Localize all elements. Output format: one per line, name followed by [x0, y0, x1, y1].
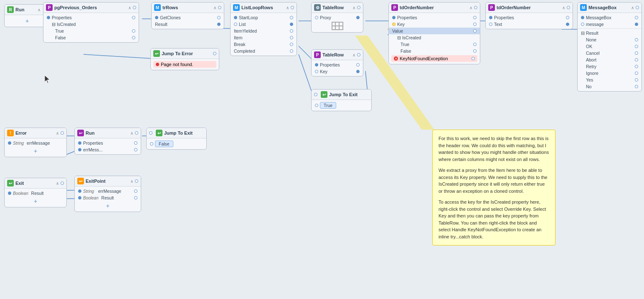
jumptoexit2-icon: ↩	[156, 130, 162, 136]
run2-icon: ↩	[77, 130, 84, 136]
tdordernumber1-value: Value	[389, 28, 480, 34]
trrows-title: trRows	[162, 5, 212, 10]
jumptoexit2-header[interactable]: ↩ Jump To Exit	[147, 128, 206, 138]
jumptoexit2-false: False	[147, 140, 206, 148]
listlooprows-title: ListLoopRows	[241, 5, 284, 10]
tdordernumber2-header[interactable]: P tdOrderNumber ∧	[486, 3, 573, 13]
run2-header[interactable]: ↩ Run ∧	[75, 128, 141, 138]
exit-icon: ↩	[7, 180, 14, 187]
jumptoexit1-node: ↩ Jump To Exit True	[311, 89, 372, 111]
pgpreviousorders-title: pgPrevious_Orders	[54, 5, 127, 10]
run2-properties: Properties	[75, 140, 141, 146]
svg-line-8	[84, 54, 152, 59]
jumptoerror-header[interactable]: ↩ Jump To Error	[151, 49, 219, 59]
run1-chevron: ∧	[38, 8, 41, 12]
exitpoint-boolresult: Boolean Result	[75, 194, 141, 201]
jumptoerror-title: Jump To Error	[162, 51, 211, 56]
exitpoint-node: ↩ ExitPoint ∧ String errMessage Boolean …	[74, 176, 141, 212]
jumptoexit1-title: Jump To Exit	[329, 92, 369, 97]
run1-icon: R	[7, 6, 14, 13]
tdordernumber1-node: P tdOrderNumber ∧ Properties Key Value ⊟…	[388, 2, 480, 64]
messagebox-node: M MessageBox ∧ MessageBox message ⊟ Resu…	[577, 2, 642, 92]
messagebox-none: None	[578, 36, 641, 43]
messagebox-icon: M	[580, 4, 587, 11]
messagebox-message: message	[578, 21, 641, 28]
messagebox-abort: Abort	[578, 56, 641, 63]
tablerow1-title: TableRow	[322, 5, 351, 10]
tdordernumber1-icon: P	[391, 4, 398, 11]
listlooprows-break: Break	[231, 41, 297, 48]
listlooprows-icon: M	[233, 4, 240, 11]
listlooprows-completed: Completed	[231, 48, 297, 54]
messagebox-title: MessageBox	[588, 5, 629, 10]
svg-marker-20	[45, 75, 50, 83]
jumptoerror-error: Page not found.	[153, 61, 216, 68]
exitpoint-add[interactable]: +	[75, 201, 141, 210]
error-add[interactable]: +	[5, 146, 66, 156]
tdordernumber1-header[interactable]: P tdOrderNumber ∧	[389, 3, 480, 13]
tdordernumber1-title: tdOrderNumber	[400, 5, 468, 10]
exit-header[interactable]: ↩ Exit ∧	[5, 178, 66, 189]
tablerow2-title: TableRow	[322, 52, 351, 57]
tablerow1-proxy: Proxy	[312, 14, 363, 21]
tablerow1-header[interactable]: ⚙ TableRow ∧	[312, 3, 363, 13]
error-title: Error	[15, 130, 54, 135]
tdordernumber2-text: Text	[486, 21, 573, 28]
exitpoint-icon: ↩	[77, 178, 84, 184]
messagebox-header[interactable]: M MessageBox ∧	[578, 3, 641, 13]
tablerow1-grid	[312, 21, 363, 31]
trrows-node: M trRows ∧ GetClones Result	[151, 2, 224, 29]
tdordernumber2-properties: Properties	[486, 14, 573, 21]
jumptoexit2-node: ↩ Jump To Exit False	[146, 128, 207, 150]
jumptoexit1-header[interactable]: ↩ Jump To Exit	[312, 89, 371, 100]
pgpreviousorders-true: True	[43, 28, 139, 34]
pgpreviousorders-header[interactable]: P pgPrevious_Orders ∧	[43, 3, 139, 13]
pgpreviousorders-false: False	[43, 34, 139, 41]
pgpreviousorders-icon: P	[46, 4, 53, 11]
tdordernumber2-icon: P	[488, 4, 495, 11]
run2-node: ↩ Run ∧ Properties errMess...	[74, 128, 141, 155]
pgpreviousorders-port-right	[133, 6, 136, 9]
messagebox-result: ⊟ Result	[578, 30, 641, 36]
error-header[interactable]: ! Error ∧	[5, 128, 66, 138]
listlooprows-list: List	[231, 21, 297, 28]
messagebox-retry: Retry	[578, 63, 641, 70]
tdordernumber1-true: True	[389, 41, 480, 48]
tdordernumber2-title: tdOrderNumber	[497, 5, 560, 10]
exit-node: ↩ Exit ∧ Boolean Result +	[4, 178, 67, 207]
pgpreviousorders-node: P pgPrevious_Orders ∧ Properties ⊟ IsCre…	[43, 2, 139, 43]
pgpreviousorders-iscreated: ⊟ IsCreated	[43, 21, 139, 28]
trrows-getclones: GetClones	[152, 14, 224, 21]
tablerow2-icon: P	[314, 51, 321, 58]
listlooprows-startloop: StartLoop	[231, 14, 297, 21]
jumptoerror-icon: ↩	[153, 50, 160, 57]
note-para1: For this to work, we need to skip the fi…	[439, 135, 549, 163]
trrows-header[interactable]: M trRows ∧	[152, 3, 224, 13]
tablerow2-key: Key	[312, 68, 363, 75]
messagebox-ignore: Ignore	[578, 70, 641, 77]
messagebox-cancel: Cancel	[578, 50, 641, 56]
tablerow1-icon: ⚙	[314, 4, 321, 11]
error-icon: !	[7, 130, 14, 136]
listlooprows-item: Item	[231, 34, 297, 41]
exit-title: Exit	[15, 181, 54, 186]
run2-title: Run	[86, 130, 129, 135]
trrows-result: Result	[152, 21, 224, 28]
exitpoint-header[interactable]: ↩ ExitPoint ∧	[75, 176, 141, 187]
run2-errmess: errMess...	[75, 146, 141, 153]
messagebox-no: No	[578, 83, 641, 90]
exitpoint-strerrmessage: String errMessage	[75, 188, 141, 194]
tdordernumber1-false: False	[389, 48, 480, 54]
jumptoexit2-title: Jump To Exit	[164, 130, 204, 135]
jumptoexit1-true: True	[312, 101, 371, 110]
tablerow2-node: P TableRow ∧ Properties Key	[311, 49, 363, 77]
error-node: ! Error ∧ String errMessage +	[4, 128, 67, 157]
listlooprows-header[interactable]: M ListLoopRows ∧	[231, 3, 297, 13]
listlooprows-node: M ListLoopRows ∧ StartLoop List ItemYiel…	[230, 2, 297, 56]
tablerow1-node: ⚙ TableRow ∧ Proxy	[311, 2, 363, 33]
messagebox-messagebox: MessageBox	[578, 14, 641, 21]
note-box: For this to work, we need to skip the fi…	[432, 130, 555, 245]
tablerow2-header[interactable]: P TableRow ∧	[312, 50, 363, 60]
pgpreviousorders-properties: Properties	[43, 14, 139, 21]
exit-add[interactable]: +	[5, 197, 66, 206]
